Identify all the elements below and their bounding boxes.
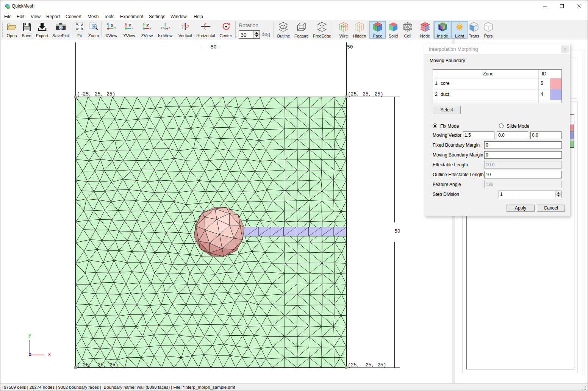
- svg-text:(25, -25, 25): (25, -25, 25): [348, 362, 386, 368]
- svg-text:50: 50: [394, 228, 400, 234]
- svg-text:z: z: [29, 352, 31, 357]
- svg-text:50: 50: [211, 44, 217, 50]
- svg-text:(25, 25, 25): (25, 25, 25): [348, 91, 383, 97]
- svg-text:y: y: [28, 333, 31, 338]
- svg-text:(-25, 25, 25): (-25, 25, 25): [77, 91, 115, 97]
- svg-text:(-25, -25, 25): (-25, -25, 25): [77, 362, 118, 368]
- svg-text:x: x: [48, 352, 51, 357]
- svg-text:50: 50: [347, 44, 353, 50]
